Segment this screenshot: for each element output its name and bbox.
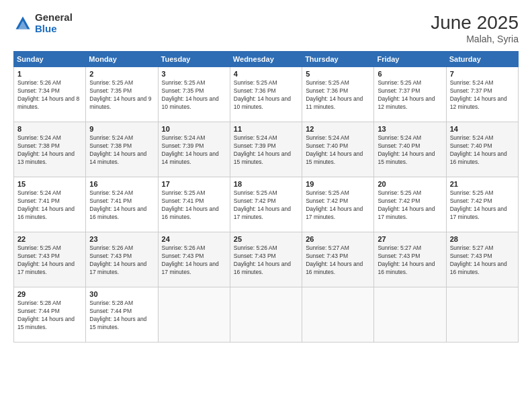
day-info: Sunrise: 5:24 AM Sunset: 7:40 PM Dayligh… (306, 134, 370, 167)
day-info: Sunrise: 5:24 AM Sunset: 7:38 PM Dayligh… (89, 134, 154, 167)
day-number: 16 (89, 180, 154, 188)
day-cell-2: 2 Sunrise: 5:25 AM Sunset: 7:35 PM Dayli… (86, 67, 158, 122)
sunset-label: Sunset: 7:44 PM (89, 308, 132, 314)
daylight-label: Daylight: 14 hours and 13 minutes. (17, 150, 75, 165)
daylight-label: Daylight: 14 hours and 10 minutes. (234, 95, 291, 110)
day-info: Sunrise: 5:26 AM Sunset: 7:43 PM Dayligh… (162, 244, 226, 277)
day-number: 24 (162, 235, 226, 243)
daylight-label: Daylight: 14 hours and 15 minutes. (234, 150, 291, 165)
sunrise-label: Sunrise: 5:24 AM (89, 189, 133, 196)
sunset-label: Sunset: 7:36 PM (234, 87, 276, 94)
day-info: Sunrise: 5:25 AM Sunset: 7:42 PM Dayligh… (378, 189, 442, 222)
day-number: 21 (450, 180, 515, 188)
sunset-label: Sunset: 7:43 PM (234, 253, 276, 259)
day-cell-15: 15 Sunrise: 5:24 AM Sunset: 7:41 PM Dayl… (14, 177, 86, 232)
day-cell-14: 14 Sunrise: 5:24 AM Sunset: 7:40 PM Dayl… (446, 122, 518, 177)
sunset-label: Sunset: 7:40 PM (378, 142, 420, 149)
daylight-label: Daylight: 14 hours and 14 minutes. (89, 150, 146, 165)
daylight-label: Daylight: 14 hours and 8 minutes. (17, 95, 79, 110)
sunrise-label: Sunrise: 5:27 AM (378, 244, 421, 251)
day-info: Sunrise: 5:28 AM Sunset: 7:44 PM Dayligh… (89, 300, 154, 332)
sunset-label: Sunset: 7:42 PM (234, 197, 276, 204)
daylight-label: Daylight: 14 hours and 16 minutes. (234, 261, 291, 275)
sunset-label: Sunset: 7:43 PM (306, 253, 348, 259)
daylight-label: Daylight: 14 hours and 17 minutes. (450, 205, 507, 220)
day-cell-23: 23 Sunrise: 5:26 AM Sunset: 7:43 PM Dayl… (86, 232, 158, 287)
day-info: Sunrise: 5:25 AM Sunset: 7:42 PM Dayligh… (234, 189, 298, 222)
day-info: Sunrise: 5:24 AM Sunset: 7:41 PM Dayligh… (17, 189, 82, 222)
day-info: Sunrise: 5:27 AM Sunset: 7:43 PM Dayligh… (378, 244, 442, 277)
day-cell-5: 5 Sunrise: 5:25 AM Sunset: 7:36 PM Dayli… (302, 67, 374, 122)
title-block: June 2025 Malah, Syria (431, 12, 519, 44)
empty-cell (446, 287, 518, 342)
day-number: 11 (234, 125, 298, 133)
col-header-thursday: Thursday (302, 52, 374, 67)
daylight-label: Daylight: 14 hours and 10 minutes. (162, 95, 219, 110)
daylight-label: Daylight: 14 hours and 17 minutes. (89, 261, 146, 275)
sunrise-label: Sunrise: 5:24 AM (17, 134, 61, 141)
day-cell-11: 11 Sunrise: 5:24 AM Sunset: 7:39 PM Dayl… (230, 122, 302, 177)
sunset-label: Sunset: 7:43 PM (450, 253, 492, 259)
day-number: 9 (89, 125, 154, 133)
day-number: 29 (17, 290, 82, 298)
day-cell-7: 7 Sunrise: 5:24 AM Sunset: 7:37 PM Dayli… (446, 67, 518, 122)
logo-text: General Blue (35, 12, 73, 34)
sunrise-label: Sunrise: 5:25 AM (378, 79, 421, 86)
sunrise-label: Sunrise: 5:26 AM (162, 244, 206, 251)
empty-cell (158, 287, 230, 342)
sunset-label: Sunset: 7:35 PM (89, 87, 132, 94)
day-info: Sunrise: 5:24 AM Sunset: 7:40 PM Dayligh… (378, 134, 442, 167)
sunrise-label: Sunrise: 5:25 AM (306, 79, 349, 86)
sunrise-label: Sunrise: 5:25 AM (162, 189, 206, 196)
month-title: June 2025 (431, 12, 519, 34)
day-number: 12 (306, 125, 370, 133)
daylight-label: Daylight: 14 hours and 11 minutes. (306, 95, 363, 110)
sunrise-label: Sunrise: 5:25 AM (162, 79, 206, 86)
empty-cell (374, 287, 446, 342)
day-number: 5 (306, 70, 370, 78)
sunrise-label: Sunrise: 5:27 AM (306, 244, 349, 251)
daylight-label: Daylight: 14 hours and 17 minutes. (234, 205, 291, 220)
sunrise-label: Sunrise: 5:25 AM (378, 189, 421, 196)
daylight-label: Daylight: 14 hours and 16 minutes. (89, 205, 146, 220)
day-info: Sunrise: 5:25 AM Sunset: 7:35 PM Dayligh… (162, 79, 226, 111)
day-info: Sunrise: 5:25 AM Sunset: 7:36 PM Dayligh… (234, 79, 298, 111)
sunset-label: Sunset: 7:44 PM (17, 308, 60, 314)
sunset-label: Sunset: 7:34 PM (17, 87, 60, 94)
sunrise-label: Sunrise: 5:24 AM (450, 134, 494, 141)
day-cell-28: 28 Sunrise: 5:27 AM Sunset: 7:43 PM Dayl… (446, 232, 518, 287)
day-info: Sunrise: 5:27 AM Sunset: 7:43 PM Dayligh… (306, 244, 370, 277)
sunrise-label: Sunrise: 5:24 AM (378, 134, 421, 141)
sunset-label: Sunset: 7:43 PM (17, 253, 60, 259)
sunset-label: Sunset: 7:40 PM (450, 142, 492, 149)
sunset-label: Sunset: 7:39 PM (234, 142, 276, 149)
day-cell-22: 22 Sunrise: 5:25 AM Sunset: 7:43 PM Dayl… (14, 232, 86, 287)
daylight-label: Daylight: 14 hours and 9 minutes. (89, 95, 151, 110)
col-header-saturday: Saturday (446, 52, 518, 67)
day-info: Sunrise: 5:25 AM Sunset: 7:36 PM Dayligh… (306, 79, 370, 111)
day-info: Sunrise: 5:24 AM Sunset: 7:40 PM Dayligh… (450, 134, 515, 167)
day-cell-3: 3 Sunrise: 5:25 AM Sunset: 7:35 PM Dayli… (158, 67, 230, 122)
empty-cell (230, 287, 302, 342)
day-cell-29: 29 Sunrise: 5:28 AM Sunset: 7:44 PM Dayl… (14, 287, 86, 342)
col-header-monday: Monday (86, 52, 158, 67)
sunset-label: Sunset: 7:43 PM (89, 253, 132, 259)
day-cell-12: 12 Sunrise: 5:24 AM Sunset: 7:40 PM Dayl… (302, 122, 374, 177)
col-header-sunday: Sunday (14, 52, 86, 67)
day-info: Sunrise: 5:25 AM Sunset: 7:35 PM Dayligh… (89, 79, 154, 111)
sunset-label: Sunset: 7:42 PM (450, 197, 492, 204)
sunrise-label: Sunrise: 5:25 AM (450, 189, 494, 196)
day-cell-27: 27 Sunrise: 5:27 AM Sunset: 7:43 PM Dayl… (374, 232, 446, 287)
sunrise-label: Sunrise: 5:24 AM (162, 134, 206, 141)
col-header-tuesday: Tuesday (158, 52, 230, 67)
sunset-label: Sunset: 7:37 PM (450, 87, 492, 94)
sunrise-label: Sunrise: 5:24 AM (306, 134, 349, 141)
day-cell-9: 9 Sunrise: 5:24 AM Sunset: 7:38 PM Dayli… (86, 122, 158, 177)
day-number: 20 (378, 180, 442, 188)
page-header: General Blue June 2025 Malah, Syria (13, 12, 519, 44)
sunrise-label: Sunrise: 5:25 AM (234, 79, 277, 86)
sunrise-label: Sunrise: 5:24 AM (234, 134, 277, 141)
calendar-week-4: 22 Sunrise: 5:25 AM Sunset: 7:43 PM Dayl… (14, 232, 519, 287)
sunset-label: Sunset: 7:41 PM (162, 197, 204, 204)
day-info: Sunrise: 5:24 AM Sunset: 7:37 PM Dayligh… (450, 79, 515, 111)
